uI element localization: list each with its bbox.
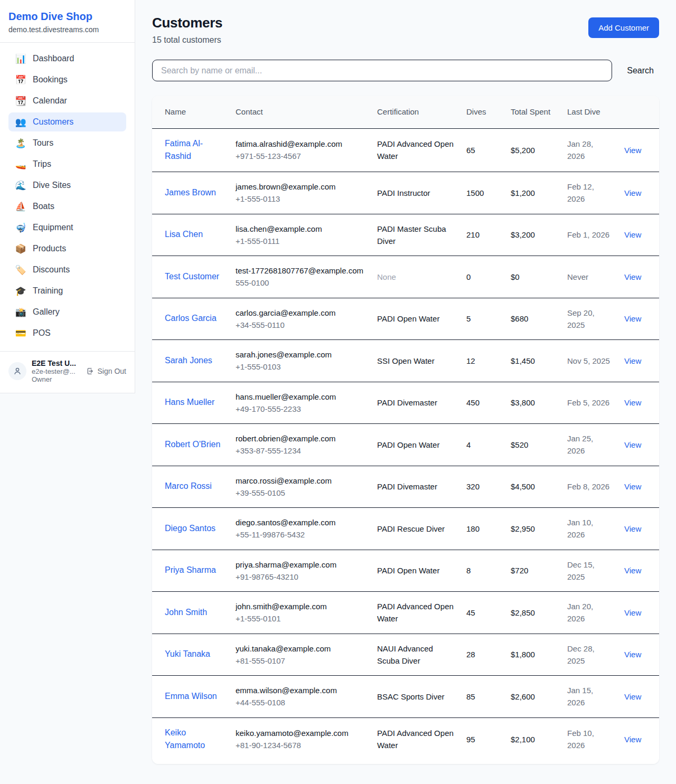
sidebar-item-dive-sites[interactable]: 🌊 Dive Sites (8, 176, 126, 195)
customer-name-link[interactable]: Fatima Al-Rashid (152, 128, 229, 172)
sidebar-item-bookings[interactable]: 📅 Bookings (8, 70, 126, 89)
view-link[interactable]: View (618, 550, 659, 592)
view-link[interactable]: View (618, 128, 659, 172)
customer-name-link[interactable]: Carlos Garcia (152, 298, 229, 340)
shop-logo-block: Demo Dive Shop demo.test.divestreams.com (0, 0, 135, 43)
customer-certification: None (371, 256, 460, 298)
sign-out-label: Sign Out (98, 367, 126, 375)
customer-name-link[interactable]: Priya Sharma (152, 550, 229, 592)
nav-item-label: Discounts (33, 265, 70, 275)
customer-name-link[interactable]: Test Customer (152, 256, 229, 298)
customer-name-link[interactable]: James Brown (152, 172, 229, 214)
view-link[interactable]: View (618, 256, 659, 298)
customer-name-link[interactable]: Marco Rossi (152, 466, 229, 508)
sidebar-item-pos[interactable]: 💳 POS (8, 324, 126, 343)
add-customer-button[interactable]: Add Customer (588, 17, 659, 38)
view-link[interactable]: View (618, 424, 659, 466)
sidebar-item-calendar[interactable]: 📆 Calendar (8, 91, 126, 110)
view-link[interactable]: View (618, 717, 659, 764)
view-link[interactable]: View (618, 214, 659, 256)
sign-out-icon (86, 367, 95, 375)
shop-domain: demo.test.divestreams.com (8, 25, 126, 34)
view-link[interactable]: View (618, 508, 659, 550)
sidebar-item-training[interactable]: 🎓 Training (8, 281, 126, 300)
nav-item-icon: 📊 (15, 54, 26, 63)
table-row: Keiko Yamamoto keiko.yamamoto@example.co… (152, 717, 659, 764)
view-link[interactable]: View (618, 172, 659, 214)
customer-phone: +1-555-0103 (236, 361, 364, 373)
customer-name-link[interactable]: Sarah Jones (152, 340, 229, 382)
sidebar-item-tours[interactable]: 🏝️ Tours (8, 134, 126, 153)
customer-dives: 210 (460, 214, 504, 256)
customer-name-link[interactable]: Emma Wilson (152, 676, 229, 718)
table-row: Priya Sharma priya.sharma@example.com +9… (152, 550, 659, 592)
customer-phone: +81-90-1234-5678 (236, 739, 364, 751)
sidebar-item-dashboard[interactable]: 📊 Dashboard (8, 49, 126, 68)
nav-item-icon: 🏝️ (15, 139, 26, 148)
view-link[interactable]: View (618, 298, 659, 340)
view-link[interactable]: View (618, 340, 659, 382)
sidebar-item-trips[interactable]: 🚤 Trips (8, 155, 126, 174)
customer-name-link[interactable]: John Smith (152, 592, 229, 634)
sidebar-item-boats[interactable]: ⛵ Boats (8, 197, 126, 216)
sidebar-item-customers[interactable]: 👥 Customers (8, 112, 126, 131)
customer-certification: PADI Rescue Diver (371, 508, 460, 550)
customer-phone: +81-555-0107 (236, 655, 364, 667)
column-header-total-spent: Total Spent (504, 96, 561, 128)
customer-total-spent: $5,200 (504, 128, 561, 172)
customer-dives: 5 (460, 298, 504, 340)
customer-name-link[interactable]: Keiko Yamamoto (152, 717, 229, 764)
search-row: Search (152, 60, 659, 81)
customer-dives: 28 (460, 634, 504, 676)
customer-name-link[interactable]: Yuki Tanaka (152, 634, 229, 676)
customer-dives: 65 (460, 128, 504, 172)
nav-item-icon: 📅 (15, 75, 26, 84)
customer-email: james.brown@example.com (236, 181, 364, 193)
customer-name-link[interactable]: Hans Mueller (152, 382, 229, 424)
user-name: E2E Test U... (32, 359, 81, 367)
sidebar: Demo Dive Shop demo.test.divestreams.com… (0, 0, 135, 393)
customer-email: carlos.garcia@example.com (236, 307, 364, 319)
customer-last-dive: Sep 20, 2025 (561, 298, 618, 340)
customer-contact-cell: keiko.yamamoto@example.com +81-90-1234-5… (229, 717, 371, 764)
customer-total-spent: $680 (504, 298, 561, 340)
customer-total-spent: $2,850 (504, 592, 561, 634)
customer-total-spent: $1,800 (504, 634, 561, 676)
search-button[interactable]: Search (622, 66, 659, 75)
customer-contact-cell: robert.obrien@example.com +353-87-555-12… (229, 424, 371, 466)
view-link[interactable]: View (618, 592, 659, 634)
column-header-contact: Contact (229, 96, 371, 128)
customer-phone: +353-87-555-1234 (236, 445, 364, 457)
customer-email: john.smith@example.com (236, 600, 364, 612)
sidebar-item-discounts[interactable]: 🏷️ Discounts (8, 260, 126, 279)
customer-email: fatima.alrashid@example.com (236, 138, 364, 150)
customer-dives: 8 (460, 550, 504, 592)
sign-out-button[interactable]: Sign Out (86, 367, 126, 375)
customer-last-dive: Feb 1, 2026 (561, 214, 618, 256)
shop-name: Demo Dive Shop (8, 10, 126, 23)
customer-last-dive: Never (561, 256, 618, 298)
customer-contact-cell: lisa.chen@example.com +1-555-0111 (229, 214, 371, 256)
customer-last-dive: Jan 28, 2026 (561, 128, 618, 172)
customer-name-link[interactable]: Diego Santos (152, 508, 229, 550)
sidebar-item-products[interactable]: 📦 Products (8, 239, 126, 258)
table-row: Hans Mueller hans.mueller@example.com +4… (152, 382, 659, 424)
table-row: Lisa Chen lisa.chen@example.com +1-555-0… (152, 214, 659, 256)
customer-total-spent: $3,200 (504, 214, 561, 256)
table-row: James Brown james.brown@example.com +1-5… (152, 172, 659, 214)
customer-last-dive: Feb 12, 2026 (561, 172, 618, 214)
view-link[interactable]: View (618, 466, 659, 508)
sidebar-item-gallery[interactable]: 📸 Gallery (8, 303, 126, 322)
customer-certification: PADI Open Water (371, 298, 460, 340)
view-link[interactable]: View (618, 676, 659, 718)
customer-certification: BSAC Sports Diver (371, 676, 460, 718)
view-link[interactable]: View (618, 382, 659, 424)
nav-item-icon: 📆 (15, 97, 26, 106)
search-input[interactable] (152, 60, 612, 81)
user-email: e2e-tester@... (32, 367, 81, 375)
customer-name-link[interactable]: Lisa Chen (152, 214, 229, 256)
customer-name-link[interactable]: Robert O'Brien (152, 424, 229, 466)
sidebar-item-equipment[interactable]: 🤿 Equipment (8, 218, 126, 237)
nav-item-icon: 💳 (15, 329, 26, 338)
view-link[interactable]: View (618, 634, 659, 676)
